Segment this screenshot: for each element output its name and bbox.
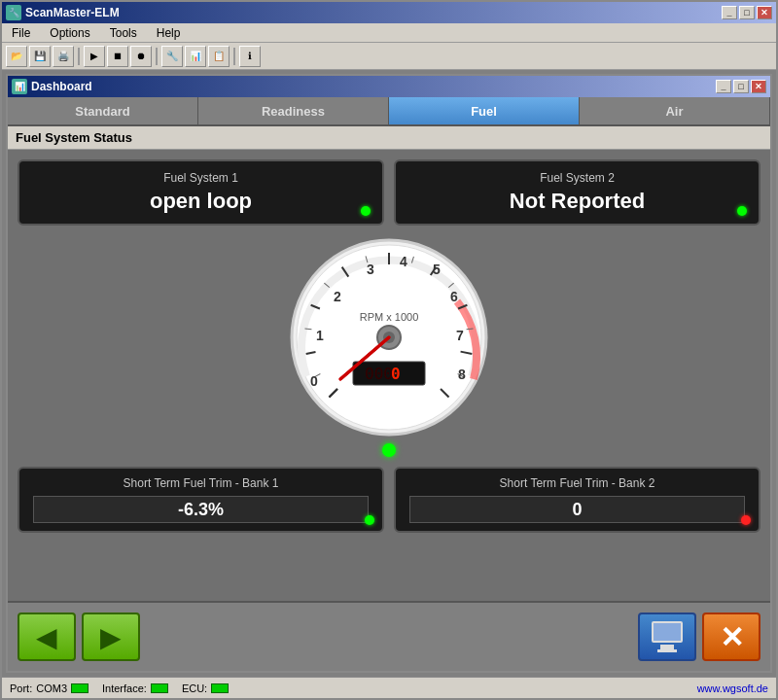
toolbar-btn-1[interactable]: 📂 <box>6 46 27 67</box>
toolbar-btn-5[interactable]: ⏹ <box>107 46 128 67</box>
ecu-label: ECU: <box>182 682 207 694</box>
outer-close-button[interactable]: ✕ <box>757 6 772 19</box>
dashboard-window-controls: _ □ ✕ <box>716 80 766 93</box>
svg-text:1: 1 <box>316 328 324 343</box>
fuel-system-2-indicator <box>737 206 747 216</box>
monitor-screen <box>652 621 683 643</box>
outer-minimize-button[interactable]: _ <box>722 6 737 19</box>
dashboard-icon: 📊 <box>12 79 27 94</box>
toolbar-btn-4[interactable]: ▶ <box>84 46 105 67</box>
ecu-status: ECU: <box>182 682 229 694</box>
status-bar: Port: COM3 Interface: ECU: www.wgsoft.de <box>2 677 776 698</box>
back-arrow-icon: ◀ <box>36 621 57 653</box>
interface-indicator <box>151 683 168 693</box>
app-icon: 🔧 <box>6 5 21 20</box>
tab-fuel[interactable]: Fuel <box>389 97 580 124</box>
main-content: Fuel System 1 open loop Fuel System 2 No… <box>8 150 770 601</box>
tab-standard-label: Standard <box>75 104 129 119</box>
toolbar: 📂 💾 🖨️ ▶ ⏹ ⏺ 🔧 📊 📋 ℹ <box>2 43 776 70</box>
svg-text:7: 7 <box>456 328 464 343</box>
fuel-trim-1-bar: -6.3% <box>33 496 369 523</box>
back-button[interactable]: ◀ <box>18 612 76 661</box>
outer-window: 🔧 ScanMaster-ELM _ □ ✕ File Options Tool… <box>0 0 778 700</box>
dashboard-minimize-button[interactable]: _ <box>716 80 731 93</box>
tab-air-label: Air <box>665 104 683 119</box>
fuel-trim-row: Short Term Fuel Trim - Bank 1 -6.3% Shor… <box>18 467 760 533</box>
tachometer-container: 0 1 2 3 4 5 6 7 8 RPM x 1000 <box>287 235 491 457</box>
dashboard-title-bar: 📊 Dashboard _ □ ✕ <box>8 76 770 97</box>
fuel-system-2-box: Fuel System 2 Not Reported <box>394 159 760 226</box>
toolbar-btn-7[interactable]: 🔧 <box>161 46 183 67</box>
menu-options[interactable]: Options <box>44 25 95 41</box>
toolbar-btn-6[interactable]: ⏺ <box>130 46 152 67</box>
svg-text:RPM x 1000: RPM x 1000 <box>360 311 419 323</box>
svg-text:000: 000 <box>365 365 393 383</box>
menu-bar: File Options Tools Help <box>2 23 776 43</box>
outer-title-text: 🔧 ScanMaster-ELM <box>6 5 120 20</box>
toolbar-sep-1 <box>78 48 80 65</box>
svg-text:3: 3 <box>367 262 374 277</box>
port-indicator <box>71 683 88 693</box>
website-link[interactable]: www.wgsoft.de <box>697 682 768 694</box>
fuel-trim-1-indicator <box>365 515 374 525</box>
fuel-trim-1-box: Short Term Fuel Trim - Bank 1 -6.3% <box>18 467 384 533</box>
toolbar-btn-3[interactable]: 🖨️ <box>53 46 74 67</box>
tab-air[interactable]: Air <box>580 97 770 124</box>
tab-readiness[interactable]: Readiness <box>198 97 389 124</box>
dashboard-window: 📊 Dashboard _ □ ✕ Standard Readiness <box>6 74 772 673</box>
tab-standard[interactable]: Standard <box>8 97 198 124</box>
section-heading-text: Fuel System Status <box>16 130 132 145</box>
menu-help[interactable]: Help <box>151 25 187 41</box>
fuel-trim-2-bar: 0 <box>409 496 745 523</box>
fuel-system-1-indicator <box>361 206 371 216</box>
interface-label: Interface: <box>102 682 147 694</box>
fuel-system-1-value: open loop <box>150 189 252 214</box>
status-left: Port: COM3 Interface: ECU: <box>10 682 229 694</box>
fuel-trim-2-label: Short Term Fuel Trim - Bank 2 <box>500 476 655 490</box>
toolbar-btn-9[interactable]: 📋 <box>208 46 230 67</box>
fuel-trim-2-indicator <box>741 515 751 525</box>
tab-bar: Standard Readiness Fuel Air <box>8 97 770 126</box>
dashboard-maximize-button[interactable]: □ <box>733 80 749 93</box>
fuel-system-1-label: Fuel System 1 <box>163 171 238 185</box>
fuel-trim-2-box: Short Term Fuel Trim - Bank 2 0 <box>394 467 760 533</box>
fuel-systems-row: Fuel System 1 open loop Fuel System 2 No… <box>18 159 760 226</box>
forward-button[interactable]: ▶ <box>82 612 140 661</box>
monitor-button[interactable] <box>638 612 696 661</box>
menu-file[interactable]: File <box>6 25 36 41</box>
monitor-base <box>657 649 677 652</box>
tab-fuel-label: Fuel <box>471 104 497 119</box>
svg-text:8: 8 <box>458 367 466 382</box>
toolbar-sep-2 <box>156 48 158 65</box>
toolbar-btn-8[interactable]: 📊 <box>185 46 206 67</box>
fuel-trim-1-label: Short Term Fuel Trim - Bank 1 <box>124 476 279 490</box>
svg-text:6: 6 <box>450 289 458 304</box>
fuel-trim-1-value: -6.3% <box>178 500 224 520</box>
tachometer-indicator <box>382 443 396 457</box>
tab-readiness-label: Readiness <box>262 104 325 119</box>
nav-buttons: ◀ ▶ <box>18 612 140 661</box>
svg-text:4: 4 <box>400 254 407 269</box>
monitor-icon <box>648 620 687 654</box>
toolbar-sep-3 <box>233 48 235 65</box>
tachometer: 0 1 2 3 4 5 6 7 8 RPM x 1000 <box>287 235 491 439</box>
svg-text:2: 2 <box>334 289 341 304</box>
outer-maximize-button[interactable]: □ <box>739 6 755 19</box>
dashboard-close-button[interactable]: ✕ <box>751 80 766 93</box>
port-label: Port: <box>10 682 32 694</box>
svg-text:5: 5 <box>433 262 441 277</box>
bottom-bar: ◀ ▶ ✕ <box>8 601 770 671</box>
toolbar-btn-10[interactable]: ℹ <box>239 46 261 67</box>
dashboard-window-title: Dashboard <box>31 80 92 93</box>
close-button[interactable]: ✕ <box>702 612 760 661</box>
outer-title-bar: 🔧 ScanMaster-ELM _ □ ✕ <box>2 2 776 23</box>
forward-arrow-icon: ▶ <box>100 621 122 653</box>
toolbar-btn-2[interactable]: 💾 <box>29 46 51 67</box>
ecu-indicator <box>211 683 229 693</box>
dashboard-title-text: 📊 Dashboard <box>12 79 92 94</box>
close-icon: ✕ <box>720 620 744 654</box>
port-value: COM3 <box>36 682 67 694</box>
menu-tools[interactable]: Tools <box>104 25 143 41</box>
section-heading: Fuel System Status <box>8 126 770 150</box>
action-buttons: ✕ <box>638 612 760 661</box>
